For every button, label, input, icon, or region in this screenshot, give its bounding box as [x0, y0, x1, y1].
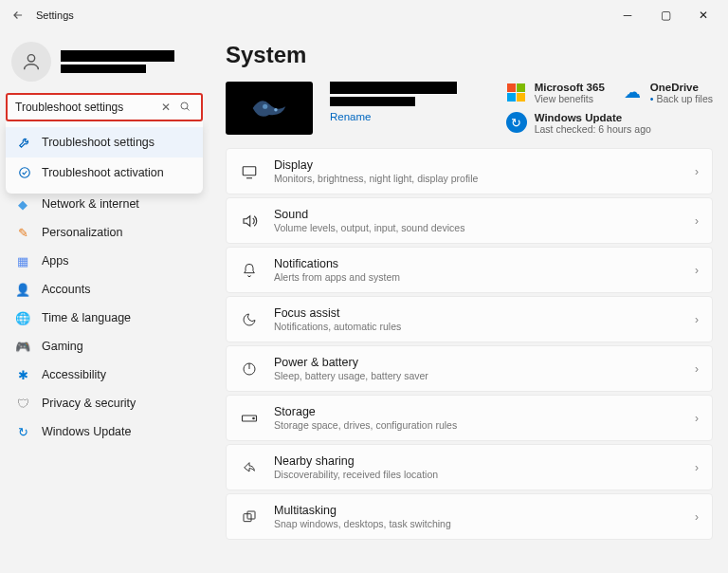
moon-icon [240, 310, 259, 329]
bell-icon [240, 261, 259, 280]
clear-search-icon[interactable]: ✕ [157, 101, 174, 114]
person-icon: 👤 [15, 282, 30, 297]
shield-icon: 🛡 [15, 396, 30, 411]
chevron-right-icon: › [695, 264, 699, 277]
apps-icon: ▦ [15, 253, 30, 268]
setting-display[interactable]: DisplayMonitors, brightness, night light… [226, 148, 713, 194]
gamepad-icon: 🎮 [15, 339, 30, 354]
nav-windows-update[interactable]: ↻Windows Update [6, 417, 205, 446]
accessibility-icon: ✱ [15, 367, 30, 382]
monitor-icon [240, 162, 259, 181]
nav-time-language[interactable]: 🌐Time & language [6, 304, 205, 332]
svg-point-1 [181, 102, 188, 109]
card-microsoft-365[interactable]: Microsoft 365View benefits [506, 82, 605, 104]
minimize-button[interactable]: ─ [609, 0, 646, 30]
device-thumbnail [226, 82, 313, 135]
svg-point-3 [263, 104, 267, 109]
svg-point-2 [20, 168, 30, 178]
nav-privacy[interactable]: 🛡Privacy & security [6, 389, 205, 417]
wifi-icon: ◆ [15, 196, 30, 212]
nav-apps[interactable]: ▦Apps [6, 247, 205, 275]
setting-storage[interactable]: StorageStorage space, drives, configurat… [226, 395, 713, 441]
chevron-right-icon: › [695, 510, 699, 524]
chevron-right-icon: › [695, 214, 699, 228]
suggestion-troubleshoot-activation[interactable]: Troubleshoot activation [6, 157, 203, 188]
svg-point-4 [274, 108, 277, 111]
close-button[interactable]: ✕ [684, 0, 722, 30]
back-button[interactable] [6, 3, 30, 28]
search-suggestions: Troubleshoot settings Troubleshoot activ… [6, 121, 203, 194]
globe-icon: 🌐 [15, 310, 30, 325]
brush-icon: ✎ [15, 225, 30, 240]
svg-rect-5 [243, 166, 256, 175]
profile-block[interactable] [6, 34, 205, 93]
chevron-right-icon: › [695, 165, 699, 178]
nav-gaming[interactable]: 🎮Gaming [6, 332, 205, 360]
nav-personalization[interactable]: ✎Personalization [6, 218, 205, 247]
setting-sound[interactable]: SoundVolume levels, output, input, sound… [226, 197, 713, 244]
maximize-button[interactable]: ▢ [646, 0, 684, 30]
wrench-icon [17, 135, 32, 150]
chevron-right-icon: › [695, 461, 699, 474]
device-name-redacted [330, 82, 457, 94]
app-title: Settings [36, 9, 74, 21]
nav-accessibility[interactable]: ✱Accessibility [6, 360, 205, 389]
chevron-right-icon: › [695, 412, 699, 425]
svg-point-8 [253, 417, 255, 419]
multitask-icon [240, 508, 259, 527]
card-windows-update[interactable]: ↻ Windows UpdateLast checked: 6 hours ag… [506, 112, 713, 135]
profile-email-redacted [61, 65, 146, 73]
microsoft-logo-icon [506, 82, 527, 102]
drive-icon [240, 409, 259, 428]
setting-power-battery[interactable]: Power & batterySleep, battery usage, bat… [226, 345, 713, 392]
share-icon [240, 458, 259, 477]
chevron-right-icon: › [695, 362, 699, 376]
power-icon [240, 360, 259, 379]
search-input[interactable] [15, 101, 157, 114]
device-model-redacted [330, 97, 415, 106]
cloud-icon: ☁ [622, 82, 643, 102]
svg-point-0 [27, 55, 34, 62]
update-circle-icon: ↻ [506, 112, 527, 133]
nav-accounts[interactable]: 👤Accounts [6, 275, 205, 304]
check-circle-icon [17, 165, 32, 180]
suggestion-label: Troubleshoot settings [42, 136, 155, 149]
rename-link[interactable]: Rename [330, 111, 457, 122]
suggestion-troubleshoot-settings[interactable]: Troubleshoot settings [6, 127, 203, 157]
speaker-icon [240, 212, 259, 231]
update-icon: ↻ [15, 424, 30, 439]
chevron-right-icon: › [695, 313, 699, 326]
setting-multitasking[interactable]: MultitaskingSnap windows, desktops, task… [226, 493, 713, 540]
card-onedrive[interactable]: ☁ OneDrive•Back up files [622, 82, 713, 104]
setting-nearby-sharing[interactable]: Nearby sharingDiscoverability, received … [226, 444, 713, 490]
profile-name-redacted [61, 50, 174, 62]
search-box[interactable]: ✕ [6, 93, 203, 121]
setting-notifications[interactable]: NotificationsAlerts from apps and system… [226, 247, 713, 293]
avatar [11, 42, 51, 82]
suggestion-label: Troubleshoot activation [42, 166, 164, 179]
nav-network[interactable]: ◆Network & internet [6, 190, 205, 218]
setting-focus-assist[interactable]: Focus assistNotifications, automatic rul… [226, 296, 713, 342]
page-title: System [226, 42, 713, 68]
search-icon[interactable] [174, 101, 195, 114]
